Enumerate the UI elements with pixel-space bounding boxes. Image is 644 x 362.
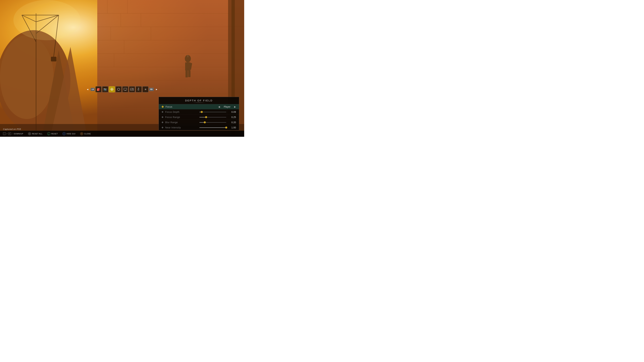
svg-rect-50 <box>124 88 127 90</box>
lb-badge: LB <box>90 88 95 91</box>
lens-icon <box>110 88 114 91</box>
circle-icon <box>117 88 120 91</box>
icon-camera-btn[interactable]: 📷 <box>102 86 108 92</box>
focus-diamond <box>162 106 164 108</box>
icon-lens-btn[interactable] <box>109 86 115 92</box>
focus-depth-thumb <box>201 111 203 113</box>
near-intensity-row: Near Intensity 1.00 <box>159 125 239 130</box>
blur-range-diamond <box>162 121 163 123</box>
reset-action[interactable]: △ RESET <box>47 132 58 135</box>
close-label: CLOSE <box>84 133 91 135</box>
blur-range-slider-container[interactable]: 0.20 <box>200 121 236 124</box>
circle-dot-icon <box>28 133 30 135</box>
blur-range-value: 0.20 <box>228 121 236 124</box>
near-intensity-track[interactable] <box>200 127 226 128</box>
focus-range-diamond <box>162 116 163 118</box>
near-intensity-diamond <box>162 126 163 128</box>
focus-value: Player <box>222 105 232 108</box>
focus-range-label: Focus Range <box>165 116 200 118</box>
focus-arrow-right[interactable]: ▶ <box>234 105 236 108</box>
svg-point-54 <box>132 88 133 89</box>
panel-title-text: DEPTH OF FIELD <box>185 99 213 102</box>
cross-icon: ✕ <box>62 132 66 135</box>
focus-range-track[interactable] <box>200 117 226 117</box>
blur-range-track[interactable] <box>200 122 226 123</box>
focus-depth-row: Focus Depth 0.09 <box>159 109 239 115</box>
app: Captured on PS5 ◄ LB 🎒 📷 <box>0 0 244 137</box>
focus-range-thumb <box>205 116 207 118</box>
svg-point-44 <box>111 89 112 90</box>
svg-point-49 <box>118 88 120 90</box>
caption-text: Captured on PS5 <box>3 128 21 130</box>
down-up-label: DOWN/UP <box>14 133 23 135</box>
down-up-action: L / R / DOWN/UP <box>3 132 23 135</box>
blur-range-row: Blur Range 0.20 <box>159 120 239 125</box>
depth-of-field-panel: DEPTH OF FIELD Focus ◀ Player ▶ Focus De… <box>159 97 239 130</box>
svg-point-42 <box>14 0 80 40</box>
nav-left-arrow[interactable]: ◄ <box>85 87 90 92</box>
focus-range-slider-container[interactable]: 0.25 <box>200 116 236 118</box>
icon-image-btn[interactable] <box>129 86 135 92</box>
focus-selector[interactable]: ◀ Player ▶ <box>218 105 236 108</box>
focus-range-row: Focus Range 0.25 <box>159 115 239 120</box>
blur-range-label: Blur Range <box>165 121 200 124</box>
focus-range-value: 0.25 <box>228 116 236 118</box>
focus-label: Focus <box>166 105 218 108</box>
r-stick-icon: R <box>8 132 11 135</box>
reset-all-label: RESET ALL <box>32 133 42 135</box>
hand-icon <box>137 88 140 91</box>
icon-hand-btn[interactable] <box>136 86 142 92</box>
hide-gui-action[interactable]: ✕ HIDE GUI <box>62 132 76 135</box>
reset-label: RESET <box>51 133 58 135</box>
near-intensity-value: 1.00 <box>228 126 236 129</box>
panel-title: DEPTH OF FIELD <box>159 97 239 104</box>
icon-monitor-btn[interactable] <box>122 86 128 92</box>
icon-asterisk-btn[interactable]: ✳ <box>142 86 148 92</box>
focus-depth-diamond <box>162 111 163 113</box>
svg-point-58 <box>81 134 82 134</box>
blur-range-thumb <box>204 121 206 123</box>
icon-nav-bar: ◄ LB 🎒 📷 <box>85 86 159 92</box>
l-stick-icon: L <box>3 132 6 135</box>
nav-right-arrow[interactable]: ► <box>154 87 159 92</box>
near-intensity-fill <box>200 127 226 128</box>
near-intensity-slider-container[interactable]: 1.00 <box>200 126 236 129</box>
monitor-icon <box>124 88 127 91</box>
focus-row[interactable]: Focus ◀ Player ▶ <box>159 104 239 109</box>
hide-gui-label: HIDE GUI <box>66 133 76 135</box>
rb-badge: RB <box>149 88 154 91</box>
reset-all-icon <box>28 132 31 135</box>
triangle-icon: △ <box>47 132 50 135</box>
scene-caption: Captured on PS5 <box>3 128 21 130</box>
focus-arrow-left[interactable]: ◀ <box>218 105 220 108</box>
icon-pouch-btn[interactable]: 🎒 <box>96 86 102 92</box>
near-intensity-thumb <box>225 126 227 129</box>
bottom-action-bar: L / R / DOWN/UP RESET ALL △ RESET ✕ <box>0 131 244 137</box>
image-icon <box>130 88 134 91</box>
circle-icon <box>80 132 83 135</box>
target-icon <box>81 133 82 135</box>
focus-depth-label: Focus Depth <box>165 111 200 113</box>
near-intensity-label: Near Intensity <box>165 126 200 129</box>
focus-depth-track[interactable] <box>200 112 226 112</box>
svg-point-56 <box>29 133 30 134</box>
close-action[interactable]: CLOSE <box>80 132 91 135</box>
focus-depth-slider-container[interactable]: 0.09 <box>200 111 236 113</box>
focus-depth-value: 0.09 <box>228 111 236 113</box>
reset-all-action[interactable]: RESET ALL <box>28 132 42 135</box>
icon-circle-btn[interactable] <box>116 86 122 92</box>
